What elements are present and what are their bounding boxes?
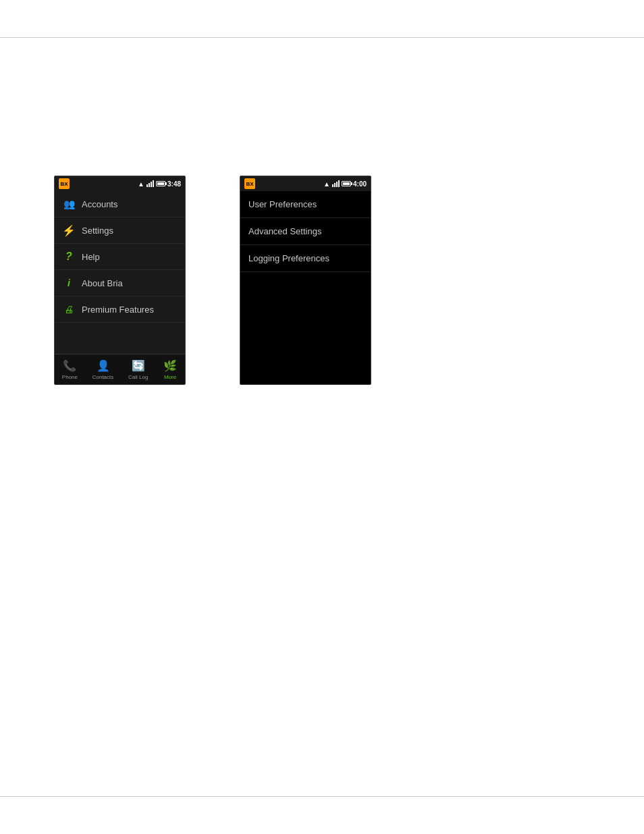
app-icon-2: BX	[244, 178, 255, 189]
battery-fill-1	[157, 182, 164, 185]
about-icon: i	[63, 277, 75, 289]
more-nav-label: More	[164, 374, 176, 380]
menu-item-about[interactable]: i About Bria	[55, 270, 185, 296]
signal-bar-5	[332, 184, 333, 187]
nav-more[interactable]: 🌿 More	[160, 358, 180, 382]
status-bar-1: BX ▲ 3:48	[55, 176, 185, 191]
contacts-nav-icon: 👤	[96, 359, 111, 373]
more-nav-icon: 🌿	[163, 359, 178, 373]
bottom-nav-1: 📞 Phone 👤 Contacts 🔄 Call Log 🌿 More	[55, 354, 185, 384]
menu-list-1: 👥 Accounts ⚡ Settings ? Help i About Bri…	[55, 191, 185, 354]
status-bar-left-2: BX	[244, 178, 255, 189]
screens-container: BX ▲ 3:48 👥 Accounts	[54, 176, 371, 385]
settings-item-logging-preferences[interactable]: Logging Preferences	[240, 245, 371, 272]
menu-item-settings[interactable]: ⚡ Settings	[55, 217, 185, 244]
nav-contacts[interactable]: 👤 Contacts	[90, 358, 117, 382]
settings-item-advanced-settings[interactable]: Advanced Settings	[240, 218, 371, 245]
premium-label: Premium Features	[82, 305, 154, 315]
status-bar-right-1: ▲ 3:48	[138, 180, 181, 188]
logging-preferences-label: Logging Preferences	[248, 253, 329, 263]
accounts-label: Accounts	[82, 199, 117, 209]
nav-phone[interactable]: 📞 Phone	[59, 358, 80, 382]
signal-bars-1	[146, 180, 154, 187]
settings-item-user-preferences[interactable]: User Preferences	[240, 191, 371, 218]
menu-item-accounts[interactable]: 👥 Accounts	[55, 191, 185, 217]
signal-bar-7	[336, 182, 338, 187]
calllog-nav-label: Call Log	[128, 374, 148, 380]
settings-label: Settings	[82, 226, 113, 236]
calllog-nav-icon: 🔄	[131, 359, 146, 373]
accounts-icon: 👥	[63, 198, 75, 210]
signal-bar-1	[146, 184, 148, 187]
signal-bar-8	[338, 180, 340, 187]
menu-item-help[interactable]: ? Help	[55, 244, 185, 270]
battery-fill-2	[343, 182, 350, 185]
status-time-2: 4:00	[353, 180, 367, 188]
top-divider	[0, 37, 644, 38]
signal-bars-2	[332, 180, 340, 187]
status-bar-right-2: ▲ 4:00	[323, 180, 367, 188]
advanced-settings-label: Advanced Settings	[248, 226, 321, 236]
phone-screen-2: BX ▲ 4:00 User Preferences	[240, 176, 371, 385]
status-bar-2: BX ▲ 4:00	[240, 176, 371, 191]
settings-list: User Preferences Advanced Settings Loggi…	[240, 191, 371, 384]
battery-icon-2	[342, 181, 351, 186]
status-bar-left-1: BX	[59, 178, 70, 189]
bottom-divider	[0, 796, 644, 797]
settings-icon: ⚡	[63, 224, 75, 236]
menu-item-premium[interactable]: 🖨 Premium Features	[55, 296, 185, 323]
premium-icon: 🖨	[63, 303, 75, 315]
app-icon-1: BX	[59, 178, 70, 189]
nav-calllog[interactable]: 🔄 Call Log	[126, 358, 151, 382]
user-preferences-label: User Preferences	[248, 199, 317, 209]
contacts-nav-label: Contacts	[92, 374, 114, 380]
wifi-icon-2: ▲	[323, 180, 330, 188]
signal-bar-3	[151, 182, 152, 187]
help-label: Help	[82, 252, 100, 262]
about-label: About Bria	[82, 278, 123, 288]
signal-bar-6	[334, 183, 336, 187]
signal-bar-4	[153, 180, 154, 187]
help-icon: ?	[63, 251, 75, 263]
phone-nav-label: Phone	[62, 374, 78, 380]
phone-nav-icon: 📞	[62, 359, 77, 373]
battery-icon-1	[156, 181, 165, 186]
wifi-icon-1: ▲	[138, 180, 144, 188]
status-time-1: 3:48	[167, 180, 181, 188]
phone-screen-1: BX ▲ 3:48 👥 Accounts	[54, 176, 186, 385]
signal-bar-2	[149, 183, 150, 187]
